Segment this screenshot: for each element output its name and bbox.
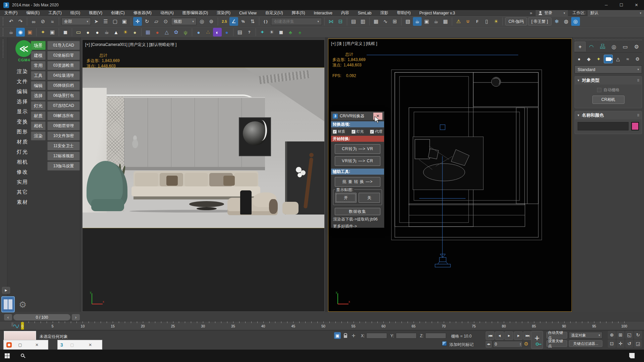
menu-item-6[interactable]: 修改器(M) xyxy=(129,10,156,16)
curve-editor-icon[interactable]: ∿ xyxy=(381,17,390,26)
use-selection-center-icon[interactable]: ⊚ xyxy=(207,17,216,26)
sidebar-nav-item-7[interactable]: 材质 xyxy=(17,137,28,147)
sidebar-category-8[interactable]: 相机 xyxy=(31,121,46,130)
select-object-icon[interactable]: ➤ xyxy=(92,17,101,26)
orbit-icon[interactable]: ↻ xyxy=(634,331,642,339)
sidebar-nav-item-12[interactable]: 其它 xyxy=(17,187,28,197)
previous-frame-arrow[interactable]: ‹ xyxy=(4,314,12,320)
tab-utilities[interactable]: ⚙ xyxy=(631,42,642,52)
menu-item-2[interactable]: 工具(T) xyxy=(44,10,66,16)
bulb-teal-icon[interactable]: ✦ xyxy=(258,28,267,37)
corona-icon[interactable]: ◎ xyxy=(571,17,580,26)
snowflake-icon[interactable]: ❄ xyxy=(552,17,561,26)
color-balls-icon[interactable]: ∴ xyxy=(204,28,212,37)
close-button[interactable]: ✕ xyxy=(629,0,644,10)
sidebar-nav-item-4[interactable]: 显示 xyxy=(17,107,28,117)
sidebar-category-6[interactable]: 灯光 xyxy=(31,101,46,110)
viewport-camera-label[interactable]: [+] [CoronaCamera001] [用户定义 ] [默认明暗处理 ] xyxy=(85,42,176,48)
flower-icon[interactable]: ✿ xyxy=(172,28,180,37)
object-name-input[interactable] xyxy=(578,122,629,130)
sidebar-nav-item-5[interactable]: 变换 xyxy=(17,117,28,127)
mini-play-button[interactable]: ▶ xyxy=(2,287,10,294)
sidebar-action-9[interactable]: 10文件加密 xyxy=(47,131,80,140)
zoom-icon[interactable]: ⊕ xyxy=(608,331,616,339)
purple-plugin-icon[interactable]: ◐ xyxy=(213,28,222,37)
red-ball-icon[interactable]: ● xyxy=(153,28,162,37)
cr-gamma-button[interactable]: CR-伽玛 xyxy=(505,17,527,25)
teapot-object-icon[interactable]: ☕ xyxy=(102,28,111,37)
sidebar-action-8[interactable]: 09图层管理 xyxy=(47,121,80,130)
timeline-track-bar[interactable]: 0510152025303540455055606570758085909510… xyxy=(0,321,644,330)
sidebar-category-0[interactable]: 场景 xyxy=(31,41,46,50)
data-collect-button[interactable]: 数据收集 xyxy=(335,208,380,215)
movie-camera-icon[interactable]: ◼ xyxy=(277,28,285,37)
blue-sphere-icon[interactable]: ● xyxy=(194,28,203,37)
window-preview-thumbnail[interactable] xyxy=(4,331,36,341)
name-color-rollout-header[interactable]: ▼ 名称和颜色 ⠿ xyxy=(575,111,642,119)
convert-option-checkbox-2[interactable]: ✓代理 xyxy=(370,129,382,134)
egg-object-icon[interactable]: ● xyxy=(84,28,92,37)
sidebar-action-12[interactable]: 13伽马设置 xyxy=(47,162,80,171)
menu-item-8[interactable]: 图形编辑器(D) xyxy=(178,10,213,16)
f-plugin-icon[interactable]: F xyxy=(473,17,482,26)
minimize-button[interactable]: ─ xyxy=(599,0,614,10)
close-icon[interactable]: ✕ xyxy=(81,343,99,347)
close-icon[interactable]: ✕ xyxy=(29,343,45,347)
viewport-layout-button[interactable] xyxy=(1,296,15,312)
percent-snap-icon[interactable]: % xyxy=(239,17,248,26)
menu-item-18[interactable]: Project Manager v.3 xyxy=(415,10,460,16)
tree2-icon[interactable]: ♠ xyxy=(296,28,304,37)
redo-icon[interactable]: ↷ xyxy=(16,17,25,26)
spinner-arrows-icon[interactable]: ▴▾ xyxy=(520,343,521,346)
sidebar-nav-item-1[interactable]: 文件 xyxy=(17,76,28,86)
zoom-extents-icon[interactable]: ◱ xyxy=(625,331,633,339)
camera-lister-icon[interactable]: ▣ xyxy=(48,28,57,37)
spinner-snap-icon[interactable]: ⇅ xyxy=(248,17,257,26)
sidebar-action-4[interactable]: 05降级归档 xyxy=(47,81,80,90)
reference-coordinate-dropdown[interactable]: 视图 ▾ xyxy=(171,18,197,25)
render-setup-icon[interactable]: ☕ xyxy=(413,17,422,26)
angle-snap-icon[interactable]: ∠ xyxy=(229,17,238,26)
selection-filter-dropdown[interactable]: 全部 ▾ xyxy=(61,18,91,25)
tab-modify[interactable]: ◠ xyxy=(586,42,597,52)
menu-item-17[interactable]: 帮助(H) xyxy=(393,10,415,16)
proxy-ball-icon[interactable]: ● xyxy=(222,28,231,37)
rotate-icon[interactable]: ↻ xyxy=(143,17,151,26)
next-frame-button[interactable]: |▶ xyxy=(514,331,523,340)
maps-off-button[interactable]: 关 xyxy=(359,193,380,203)
vr-to-cr-button[interactable]: VR转为 —> CR xyxy=(335,156,380,166)
z-coordinate-field[interactable] xyxy=(425,333,446,339)
select-and-link-icon[interactable]: ∞ xyxy=(29,17,38,26)
sidebar-action-11[interactable]: 12标准视图 xyxy=(47,152,80,161)
key-filters-button[interactable]: 关键点过滤器... xyxy=(569,340,602,347)
sun-object-icon[interactable]: ☀ xyxy=(121,28,130,37)
select-by-name-icon[interactable]: ☰ xyxy=(101,17,110,26)
pan-icon[interactable]: ✛ xyxy=(616,340,625,348)
panel-handle[interactable] xyxy=(575,40,642,40)
menu-item-15[interactable]: SimLab xyxy=(354,10,376,16)
sidebar-action-5[interactable]: 06场景打包 xyxy=(47,91,80,100)
toolbar-handle[interactable] xyxy=(3,17,4,25)
key-selection-dropdown[interactable]: 选定对象 ▾ xyxy=(569,332,602,339)
cr-camera-button[interactable]: CR相机 xyxy=(592,96,625,104)
sidebar-category-5[interactable]: 选择 xyxy=(31,91,46,100)
sun-plugin-icon[interactable]: ☀ xyxy=(492,17,500,26)
category-geometry-icon[interactable]: ● xyxy=(575,55,584,63)
sidebar-category-3[interactable]: 工具 xyxy=(31,71,46,80)
menu-overflow-chevron[interactable]: » xyxy=(526,10,535,15)
sidebar-action-2[interactable]: 03资源检查 xyxy=(47,61,80,70)
sidebar-category-9[interactable]: 渲染 xyxy=(31,131,46,140)
category-spacewarps-icon[interactable]: ≈ xyxy=(623,55,632,63)
sidebar-category-4[interactable]: 编辑 xyxy=(31,81,46,90)
login-dropdown[interactable]: 登录 ▾ xyxy=(536,10,568,16)
render-iterative-icon[interactable]: ▦ xyxy=(441,17,450,26)
object-color-swatch[interactable] xyxy=(631,122,639,130)
placement-icon[interactable]: ⊙ xyxy=(161,17,170,26)
zoom-region-icon[interactable]: ⊡ xyxy=(608,340,616,348)
align-icon[interactable]: ⊟ xyxy=(336,17,345,26)
autogrid-checkbox[interactable]: 自动栅格 xyxy=(578,87,639,93)
menu-item-13[interactable]: Interactive xyxy=(309,10,336,16)
object-class-dropdown[interactable]: Standard ▾ xyxy=(575,65,642,73)
x-coordinate-field[interactable] xyxy=(366,333,387,339)
clipboard-icon[interactable]: ▤ xyxy=(235,28,244,37)
